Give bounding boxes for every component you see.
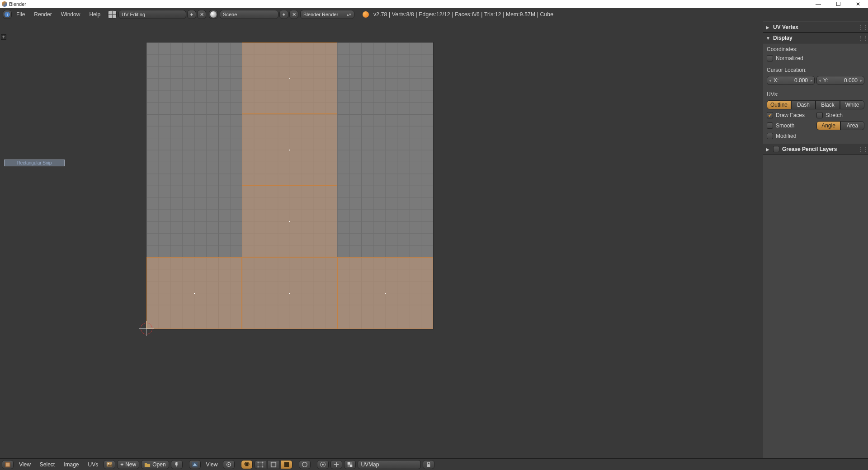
chevron-updown-icon: ▴▾	[347, 12, 351, 17]
uv-face[interactable]	[146, 257, 242, 329]
btn-outline[interactable]: Outline	[767, 100, 791, 109]
screen-layout-value: UV Editing	[122, 12, 145, 17]
panel-title: UV Vertex	[773, 24, 855, 30]
checkbox-smooth[interactable]: Smooth	[767, 122, 815, 129]
screen-layout-add-button[interactable]: +	[187, 10, 196, 19]
lock-button[interactable]	[423, 460, 434, 469]
svg-rect-9	[258, 462, 263, 467]
btn-white[interactable]: White	[840, 100, 864, 109]
editor-type-3dview-icon[interactable]	[189, 460, 201, 469]
pivot-point-button[interactable]	[223, 460, 235, 469]
window-title: Blender	[9, 1, 26, 7]
sticky-select-button[interactable]	[299, 460, 311, 469]
panel-grip-icon[interactable]: ⋮⋮⋮	[858, 146, 865, 152]
menu-window[interactable]: Window	[57, 11, 85, 18]
sync-selection-button[interactable]	[241, 460, 253, 469]
editor-type-info-icon[interactable]: i	[3, 10, 12, 19]
checkbox-modified[interactable]: Modified	[767, 133, 864, 139]
btn-dash[interactable]: Dash	[791, 100, 816, 109]
chevron-left-icon[interactable]: ◂	[767, 76, 773, 85]
checkbox-draw-faces[interactable]: Draw Faces	[767, 112, 815, 118]
v3d-menu-view[interactable]: View	[203, 461, 222, 468]
toolshelf-toggle[interactable]: +	[1, 34, 6, 40]
screen-layout-delete-button[interactable]: ✕	[197, 10, 206, 19]
window-close-button[interactable]: ✕	[848, 1, 868, 7]
menu-render[interactable]: Render	[29, 11, 56, 18]
svg-point-16	[302, 462, 307, 467]
render-engine-value: Blender Render	[303, 12, 338, 17]
field-value: 0.000	[828, 77, 858, 84]
label-cursor-location: Cursor Location:	[767, 67, 864, 73]
image-open-button[interactable]: Open	[141, 460, 169, 469]
btn-angle[interactable]: Angle	[816, 121, 840, 130]
checkbox-normalized[interactable]: Normalized	[767, 55, 864, 61]
editor-type-uv-icon[interactable]	[2, 460, 14, 469]
panel-title: Grease Pencil Layers	[782, 146, 855, 152]
uv-menu-uvs[interactable]: UVs	[85, 461, 102, 468]
cursor-y-field[interactable]: ◂ Y: 0.000 ▸	[816, 76, 864, 85]
window-maximize-button[interactable]: ☐	[828, 1, 848, 7]
uv-menu-select[interactable]: Select	[36, 461, 58, 468]
blender-logo-icon	[2, 1, 7, 7]
uv-face[interactable]	[242, 114, 337, 186]
checkbox-icon	[767, 55, 773, 61]
window-titlebar: Blender — ☐ ✕	[0, 0, 868, 8]
button-label: Open	[152, 461, 165, 468]
image-browse-button[interactable]	[104, 460, 115, 469]
uv-face[interactable]	[337, 257, 433, 329]
checkbox-label: Normalized	[776, 55, 803, 61]
screen-layout-select[interactable]: UV Editing	[118, 10, 186, 19]
panel-header-display[interactable]: ▼ Display ⋮⋮⋮	[763, 33, 868, 43]
chevron-down-icon: ▼	[766, 36, 770, 41]
chevron-right-icon[interactable]: ▸	[809, 76, 814, 85]
checkbox-icon[interactable]	[773, 146, 779, 152]
layout-grid-icon	[108, 11, 116, 18]
image-new-button[interactable]: + New	[117, 460, 139, 469]
scene-delete-button[interactable]: ✕	[289, 10, 298, 19]
screen-layout-browse-icon[interactable]	[108, 10, 117, 19]
snap-toggle-button[interactable]	[317, 460, 329, 469]
info-header: i File Render Window Help UV Editing + ✕…	[0, 8, 868, 21]
checkbox-icon	[816, 112, 823, 118]
uv-pin-button[interactable]	[171, 460, 183, 469]
window-minimize-button[interactable]: —	[808, 1, 828, 7]
svg-rect-14	[271, 462, 276, 467]
panel-grip-icon[interactable]: ⋮⋮⋮	[858, 35, 865, 41]
uv-face[interactable]	[242, 257, 337, 329]
svg-point-8	[228, 464, 230, 465]
uvmap-select[interactable]: UVMap	[358, 460, 421, 469]
scene-icon	[210, 11, 217, 18]
render-engine-select[interactable]: Blender Render ▴▾	[300, 10, 354, 19]
scene-select[interactable]: Scene	[220, 10, 278, 19]
uv-image-editor-area[interactable]: + Rectangular Snip	[0, 21, 763, 458]
uv-face[interactable]	[242, 186, 337, 257]
checkbox-stretch[interactable]: Stretch	[816, 112, 864, 118]
footer-headers: View Select Image UVs + New Open View	[0, 458, 868, 470]
svg-point-13	[262, 466, 264, 467]
chevron-right-icon[interactable]: ▸	[859, 76, 864, 85]
panel-header-uv-vertex[interactable]: ▶ UV Vertex ⋮⋮⋮	[763, 22, 868, 33]
menu-help[interactable]: Help	[85, 11, 105, 18]
panel-header-gpencil[interactable]: ▶ Grease Pencil Layers ⋮⋮⋮	[763, 144, 868, 155]
uv-drawtype-toggle: Outline Dash Black White	[767, 100, 864, 109]
uv-menu-view[interactable]: View	[15, 461, 34, 468]
cursor-x-field[interactable]: ◂ X: 0.000 ▸	[767, 76, 815, 85]
label-coordinates: Coordinates:	[767, 46, 864, 52]
menu-file[interactable]: File	[12, 11, 29, 18]
uv-face[interactable]	[242, 42, 337, 114]
snap-element-button[interactable]	[330, 460, 342, 469]
btn-area[interactable]: Area	[840, 121, 864, 130]
uv-menu-image[interactable]: Image	[60, 461, 82, 468]
select-mode-vertex[interactable]	[255, 460, 266, 469]
scene-add-button[interactable]: +	[279, 10, 288, 19]
panel-grip-icon[interactable]: ⋮⋮⋮	[858, 24, 865, 30]
scene-browse-icon[interactable]	[209, 10, 218, 19]
select-mode-edge[interactable]	[268, 460, 279, 469]
checkbox-label: Smooth	[776, 122, 794, 129]
uvmap-browse-button[interactable]	[344, 460, 356, 469]
chevron-left-icon[interactable]: ◂	[817, 76, 822, 85]
select-mode-face[interactable]	[281, 460, 292, 469]
btn-black[interactable]: Black	[816, 100, 840, 109]
label-uvs: UVs:	[767, 91, 864, 98]
scene-value: Scene	[223, 12, 237, 17]
